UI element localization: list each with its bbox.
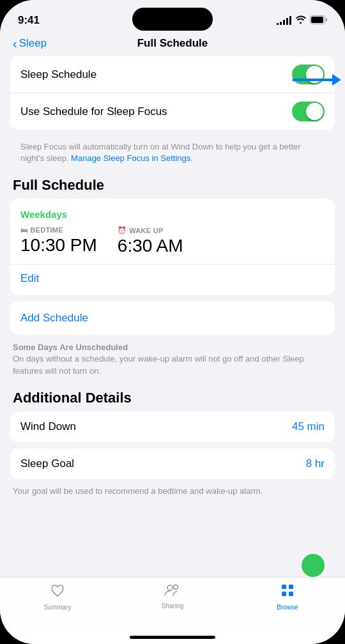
browse-tab-label: Browse: [277, 604, 298, 611]
nav-title: Full Schedule: [137, 37, 208, 50]
wind-down-label: Wind Down: [20, 420, 76, 433]
signal-icon: [277, 16, 291, 25]
bedtime-label: 🛏 BEDTIME: [20, 226, 97, 234]
tab-browse[interactable]: Browse: [230, 583, 345, 611]
wakeup-value: 6:30 AM: [118, 236, 183, 256]
tab-summary[interactable]: Summary: [0, 583, 115, 611]
tab-bar: Summary Sharing: [0, 577, 345, 630]
add-schedule-card[interactable]: Add Schedule: [10, 302, 335, 335]
bedtime-value: 10:30 PM: [20, 235, 97, 256]
svg-rect-1: [311, 17, 323, 23]
schedule-times: 🛏 BEDTIME 10:30 PM ⏰ WAKE UP 6:30 AM: [20, 226, 325, 256]
full-schedule-header: Full Schedule: [13, 177, 335, 194]
svg-rect-7: [289, 592, 293, 596]
schedule-card: Weekdays 🛏 BEDTIME 10:30 PM ⏰ WAKE UP 6:…: [10, 199, 335, 295]
use-schedule-label: Use Schedule for Sleep Focus: [20, 105, 167, 118]
bedtime-group: 🛏 BEDTIME 10:30 PM: [20, 226, 97, 256]
home-bar: [130, 636, 215, 639]
edit-button[interactable]: Edit: [20, 272, 39, 284]
back-chevron-icon: ‹: [13, 37, 17, 50]
settings-card: Sleep Schedule Use Schedule for Sleep Fo…: [10, 56, 335, 130]
svg-point-2: [167, 585, 172, 590]
dynamic-island: [132, 8, 213, 31]
svg-rect-5: [289, 585, 293, 589]
sleep-focus-info: Sleep Focus will automatically turn on a…: [10, 136, 335, 171]
additional-details-header: Additional Details: [13, 390, 335, 406]
green-circle-peek: [302, 554, 325, 577]
browse-icon: [280, 583, 295, 602]
bed-icon: 🛏: [20, 226, 27, 234]
sharing-tab-label: Sharing: [162, 602, 183, 610]
home-indicator: [0, 630, 345, 644]
sleep-goal-label: Sleep Goal: [20, 457, 74, 470]
svg-point-3: [174, 585, 178, 590]
sleep-goal-row[interactable]: Sleep Goal 8 hr: [10, 448, 335, 479]
schedule-divider: [10, 264, 335, 264]
summary-tab-label: Summary: [44, 604, 72, 611]
wind-down-row[interactable]: Wind Down 45 min: [10, 411, 335, 442]
goal-note: Your goal will be used to recommend a be…: [10, 486, 335, 503]
back-label: Sleep: [19, 37, 47, 50]
schedule-day: Weekdays: [20, 209, 325, 220]
battery-icon: [310, 15, 327, 26]
toggle-knob-2: [306, 103, 323, 120]
unscheduled-title: Some Days Are Unscheduled: [13, 342, 332, 352]
unscheduled-note: Some Days Are Unscheduled On days withou…: [10, 340, 335, 383]
tab-sharing[interactable]: Sharing: [115, 583, 230, 610]
nav-bar: ‹ Sleep Full Schedule: [0, 32, 345, 56]
wakeup-group: ⏰ WAKE UP 6:30 AM: [118, 226, 183, 256]
status-icons: [277, 15, 327, 26]
status-time: 9:41: [18, 14, 40, 27]
wakeup-label: ⏰ WAKE UP: [118, 226, 183, 234]
scroll-content: Sleep Schedule Use Schedule for Sleep Fo…: [0, 56, 345, 577]
sleep-schedule-row: Sleep Schedule: [10, 56, 335, 93]
wifi-icon: [295, 15, 306, 26]
use-schedule-toggle[interactable]: [292, 102, 325, 121]
heart-icon: [50, 583, 65, 602]
wind-down-value: 45 min: [292, 420, 325, 433]
alarm-icon: ⏰: [118, 226, 126, 234]
unscheduled-text: On days without a schedule, your wake-up…: [13, 353, 332, 376]
sleep-goal-value: 8 hr: [306, 457, 325, 470]
sleep-schedule-label: Sleep Schedule: [20, 68, 96, 81]
back-button[interactable]: ‹ Sleep: [13, 37, 47, 50]
use-schedule-row: Use Schedule for Sleep Focus: [10, 93, 335, 130]
svg-rect-4: [282, 585, 286, 589]
manage-sleep-focus-link[interactable]: Manage Sleep Focus in Settings.: [71, 153, 193, 163]
add-schedule-label: Add Schedule: [20, 312, 88, 324]
sharing-icon: [164, 583, 181, 601]
svg-rect-6: [282, 592, 286, 596]
